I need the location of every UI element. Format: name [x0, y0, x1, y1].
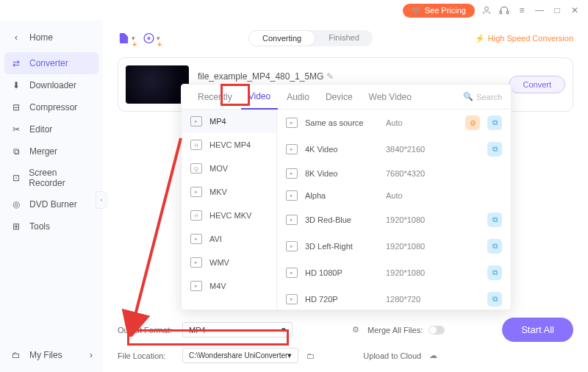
preset-resolution: 1920*1080: [386, 215, 480, 224]
edit-name-icon[interactable]: ✎: [326, 71, 334, 82]
preset-row[interactable]: ▸ 4K Video 3840*2160 ⧉: [277, 136, 511, 162]
preset-duplicate-button[interactable]: ⧉: [487, 292, 502, 307]
merge-icon: ⧉: [10, 146, 22, 157]
close-button[interactable]: ✕: [569, 4, 581, 16]
sidebar-item-editor[interactable]: ✂ Editor: [0, 118, 103, 140]
preset-duplicate-button[interactable]: ⧉: [487, 142, 502, 157]
merge-toggle[interactable]: [429, 326, 445, 335]
sidebar-item-dvd-burner[interactable]: ◎ DVD Burner: [0, 193, 103, 215]
format-icon: H: [190, 140, 202, 150]
output-format-select[interactable]: MP4 ▾: [182, 322, 293, 337]
high-speed-badge[interactable]: ⚡ High Speed Conversion: [475, 34, 573, 43]
preset-row[interactable]: ▸ 3D Left-Right 1920*1080 ⧉: [277, 233, 511, 260]
chevron-right-icon: ›: [90, 350, 93, 360]
sidebar-item-merger[interactable]: ⧉ Merger: [0, 140, 103, 162]
search-placeholder: Search: [476, 93, 502, 101]
preset-duplicate-button[interactable]: ⧉: [487, 212, 502, 227]
preset-row[interactable]: ▸ Same as source Auto ⚙ ⧉: [277, 110, 511, 136]
high-speed-label: High Speed Conversion: [488, 34, 573, 43]
account-icon[interactable]: [481, 4, 492, 16]
preset-row[interactable]: ▸ HD 720P 1280*720 ⧉: [277, 286, 511, 310]
format-hevc-mkv[interactable]: HHEVC MKV: [182, 204, 276, 227]
sidebar-item-my-files[interactable]: 🗀 My Files ›: [0, 344, 103, 366]
see-pricing-button[interactable]: 🛒 See Pricing: [403, 4, 475, 18]
format-wmv[interactable]: ▸WMV: [182, 251, 276, 274]
play-icon: ▸: [286, 294, 298, 304]
tab-audio[interactable]: Audio: [279, 85, 317, 110]
sidebar-item-tools[interactable]: ⊞ Tools: [0, 215, 103, 237]
tab-finished[interactable]: Finished: [315, 30, 373, 46]
maximize-button[interactable]: □: [551, 4, 563, 16]
tab-video[interactable]: Video: [241, 85, 278, 110]
output-format-label: Output Format:: [118, 326, 176, 335]
status-segmented: Converting Finished: [248, 30, 373, 46]
sidebar-label: My Files: [29, 350, 62, 360]
tab-recently[interactable]: Recently: [190, 85, 240, 110]
sidebar: ‹ Home ⇄ Converter ⬇ Downloader ⊟ Compre…: [0, 21, 103, 372]
file-location-select[interactable]: C:\Wondershare UniConverter ▾: [182, 348, 298, 363]
format-avi[interactable]: ▸AVI: [182, 227, 276, 251]
menu-icon[interactable]: ≡: [516, 4, 528, 16]
preset-list: ▸ Same as source Auto ⚙ ⧉▸ 4K Video 3840…: [277, 110, 511, 310]
preset-row[interactable]: ▸ Alpha Auto: [277, 185, 511, 207]
open-folder-icon[interactable]: 🗀: [304, 350, 316, 362]
format-m4v[interactable]: ▸M4V: [182, 274, 276, 298]
file-name: file_example_MP4_480_1_5MG: [198, 71, 323, 82]
format-hevc-mp4[interactable]: HHEVC MP4: [182, 133, 276, 157]
gear-icon[interactable]: ⚙: [350, 324, 362, 336]
format-dropdown: Recently Video Audio Device Web Video 🔍 …: [181, 84, 512, 310]
add-disc-button[interactable]: + ▾: [143, 29, 160, 47]
preset-row[interactable]: ▸ 8K Video 7680*4320: [277, 162, 511, 185]
sidebar-item-compressor[interactable]: ⊟ Compressor: [0, 96, 103, 118]
preset-row[interactable]: ▸ 3D Red-Blue 1920*1080 ⧉: [277, 207, 511, 233]
preset-duplicate-button[interactable]: ⧉: [487, 115, 502, 130]
bolt-icon: ⚡: [475, 34, 485, 43]
titlebar: 🛒 See Pricing ≡ — □ ✕: [0, 0, 588, 21]
tab-converting[interactable]: Converting: [248, 30, 315, 46]
preset-resolution: 7680*4320: [386, 169, 502, 178]
chevron-down-icon: ▾: [287, 351, 292, 360]
sidebar-label: DVD Burner: [29, 199, 77, 210]
chevron-left-icon: ‹: [10, 32, 22, 43]
grid-icon: ⊞: [10, 221, 22, 232]
format-mkv[interactable]: ▸MKV: [182, 180, 276, 204]
headset-icon[interactable]: [498, 4, 510, 16]
play-icon: ▸: [286, 215, 298, 225]
svg-point-0: [485, 7, 489, 10]
preset-duplicate-button[interactable]: ⧉: [487, 265, 502, 280]
sidebar-item-downloader[interactable]: ⬇ Downloader: [0, 74, 103, 96]
preset-name: HD 720P: [305, 295, 379, 304]
add-file-button[interactable]: + ▾: [118, 29, 135, 47]
play-icon: ▸: [286, 268, 298, 278]
file-location-value: C:\Wondershare UniConverter: [189, 351, 287, 360]
upload-cloud-label: Upload to Cloud: [363, 351, 421, 360]
play-icon: ▸: [286, 118, 298, 128]
sidebar-label: Converter: [29, 58, 68, 68]
format-icon: ▸: [190, 234, 202, 244]
format-search[interactable]: 🔍 Search: [463, 92, 502, 101]
tab-web-video[interactable]: Web Video: [362, 85, 419, 110]
format-category-tabs: Recently Video Audio Device Web Video 🔍 …: [182, 85, 511, 110]
convert-button[interactable]: Convert: [509, 76, 565, 93]
cloud-icon[interactable]: ☁: [427, 350, 439, 362]
sidebar-label: Compressor: [29, 102, 77, 112]
sidebar-collapse-button[interactable]: ‹: [96, 191, 107, 209]
sidebar-label: Downloader: [29, 80, 76, 90]
svg-point-3: [144, 34, 154, 43]
format-mp4[interactable]: ▸MP4: [182, 110, 276, 133]
video-thumbnail[interactable]: [126, 65, 189, 104]
compress-icon: ⊟: [10, 101, 22, 113]
preset-name: HD 1080P: [305, 268, 379, 277]
sidebar-item-screen-recorder[interactable]: ⊡ Screen Recorder: [0, 162, 103, 193]
disc-icon: ◎: [10, 198, 22, 210]
preset-duplicate-button[interactable]: ⧉: [487, 239, 502, 254]
start-all-button[interactable]: Start All: [502, 318, 573, 342]
tab-device[interactable]: Device: [318, 85, 360, 110]
preset-settings-button[interactable]: ⚙: [465, 115, 480, 130]
format-mov[interactable]: QMOV: [182, 157, 276, 180]
preset-row[interactable]: ▸ HD 1080P 1920*1080 ⧉: [277, 260, 511, 286]
sidebar-item-converter[interactable]: ⇄ Converter: [4, 52, 98, 74]
format-list: ▸MP4 HHEVC MP4 QMOV ▸MKV HHEVC MKV ▸AVI …: [182, 110, 277, 310]
minimize-button[interactable]: —: [534, 4, 545, 16]
nav-home[interactable]: ‹ Home: [0, 26, 103, 52]
